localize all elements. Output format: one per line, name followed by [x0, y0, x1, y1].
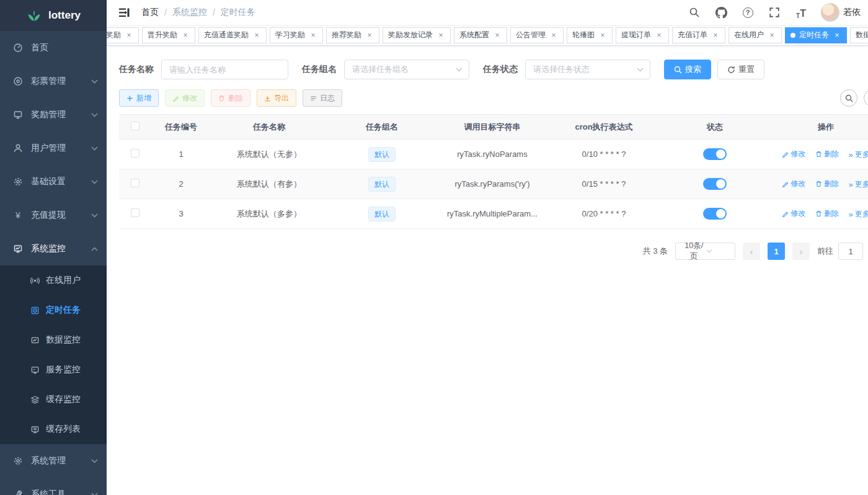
sidebar-item-label: 系统管理: [31, 455, 91, 466]
cache-monitor-icon: [30, 395, 40, 404]
user-menu[interactable]: 若依: [821, 3, 861, 22]
select-all-checkbox[interactable]: [131, 122, 140, 130]
sidebar-item-label: 缓存列表: [46, 424, 107, 435]
chevron-up-icon: [91, 247, 98, 251]
row-edit-link[interactable]: 修改: [782, 208, 805, 219]
tab-system-config[interactable]: 系统配置×: [454, 27, 507, 43]
goto-page-input[interactable]: [838, 243, 863, 260]
tab-reward-custom[interactable]: 制奖励×: [107, 27, 139, 43]
status-toggle[interactable]: [703, 208, 727, 220]
close-icon[interactable]: ×: [549, 31, 558, 40]
app-logo[interactable]: lottery: [0, 0, 107, 31]
breadcrumb-home[interactable]: 首页: [141, 7, 159, 18]
active-dot: [790, 33, 795, 38]
tab-recharge-channel-reward[interactable]: 充值通道奖励×: [198, 27, 267, 43]
close-icon[interactable]: ×: [833, 31, 841, 40]
tab-carousel[interactable]: 轮播图×: [567, 27, 613, 43]
close-icon[interactable]: ×: [436, 31, 445, 40]
sidebar-item-users[interactable]: 用户管理: [0, 132, 107, 165]
page-size-select[interactable]: 10条/页: [675, 243, 735, 260]
refresh-icon[interactable]: [864, 89, 868, 107]
task-status-select[interactable]: 请选择任务状态: [525, 60, 650, 79]
tab-reward-records[interactable]: 奖励发放记录×: [383, 27, 451, 43]
cache-list-icon: [30, 424, 40, 434]
tags-view-bar: 制奖励× 晋升奖励× 充值通道奖励× 学习奖励× 推荐奖励× 奖励发放记录× 系…: [107, 25, 868, 46]
sidebar-item-scheduled-tasks[interactable]: 定时任务: [0, 295, 107, 325]
close-icon[interactable]: ×: [598, 31, 607, 40]
export-button[interactable]: 导出: [257, 89, 296, 107]
sidebar-item-recharge-withdraw[interactable]: ¥ 充值提现: [0, 198, 107, 232]
row-checkbox[interactable]: [131, 179, 140, 187]
row-delete-link[interactable]: 删除: [815, 149, 839, 159]
data-monitor-icon: [30, 335, 40, 345]
tab-recharge-orders[interactable]: 充值订单×: [672, 27, 725, 43]
next-page-button[interactable]: ›: [792, 243, 810, 260]
sidebar-item-cache-monitor[interactable]: 缓存监控: [0, 385, 107, 414]
row-edit-link[interactable]: 修改: [782, 179, 805, 189]
sidebar-item-rewards[interactable]: 奖励管理: [0, 98, 107, 132]
row-checkbox[interactable]: [131, 149, 140, 158]
row-more-link[interactable]: »更多: [849, 179, 868, 190]
row-delete-link[interactable]: 删除: [815, 179, 839, 189]
monitor-icon: [12, 243, 24, 254]
search-icon[interactable]: [688, 6, 701, 19]
sidebar-item-lottery[interactable]: 彩票管理: [0, 65, 107, 98]
close-icon[interactable]: ×: [252, 31, 261, 40]
task-id: 2: [151, 169, 211, 199]
goto-label: 前往: [817, 246, 833, 257]
close-icon[interactable]: ×: [181, 31, 190, 40]
sidebar-item-system-tools[interactable]: 系统工具: [0, 478, 107, 495]
log-button[interactable]: 日志: [303, 89, 342, 107]
task-id: 1: [151, 140, 211, 169]
row-checkbox[interactable]: [131, 208, 140, 217]
close-icon[interactable]: ×: [655, 31, 663, 40]
status-toggle[interactable]: [703, 148, 727, 160]
sidebar-item-data-monitor[interactable]: 数据监控: [0, 325, 107, 355]
sidebar-item-home[interactable]: 首页: [0, 31, 107, 65]
tab-announcement[interactable]: 公告管理×: [510, 27, 564, 43]
tab-referral-reward[interactable]: 推荐奖励×: [326, 27, 379, 43]
task-group-select[interactable]: 请选择任务组名: [344, 60, 469, 79]
help-icon[interactable]: ?: [741, 6, 755, 19]
search-button[interactable]: 搜索: [664, 60, 711, 79]
close-icon[interactable]: ×: [711, 31, 720, 40]
tab-scheduled-tasks-active[interactable]: 定时任务×: [785, 27, 847, 43]
tab-online-users[interactable]: 在线用户×: [728, 27, 782, 43]
sidebar-item-system-monitor[interactable]: 系统监控: [0, 232, 107, 265]
page-number-current[interactable]: 1: [768, 243, 785, 260]
money-icon: ¥: [12, 210, 24, 221]
edit-button[interactable]: 修改: [165, 89, 205, 107]
sidebar-toggle-icon[interactable]: [118, 6, 130, 19]
sidebar-item-online-users[interactable]: 在线用户: [0, 265, 107, 295]
tab-data-monitor[interactable]: 数据监控×: [850, 27, 868, 43]
delete-button[interactable]: 删除: [211, 89, 250, 107]
tab-study-reward[interactable]: 学习奖励×: [270, 27, 323, 43]
prev-page-button[interactable]: ‹: [743, 243, 760, 260]
row-more-link[interactable]: »更多: [849, 209, 868, 220]
hide-search-icon[interactable]: [840, 89, 857, 107]
close-icon[interactable]: ×: [493, 31, 502, 40]
row-delete-link[interactable]: 删除: [815, 208, 839, 219]
font-size-icon[interactable]: TT: [794, 6, 808, 19]
sidebar-item-system-manage[interactable]: 系统管理: [0, 444, 107, 478]
tab-withdraw-orders[interactable]: 提现订单×: [616, 27, 669, 43]
status-toggle[interactable]: [703, 178, 727, 190]
close-icon[interactable]: ×: [125, 31, 133, 40]
row-more-link[interactable]: »更多: [849, 149, 868, 160]
cron-expression: 0/20 * * * * ?: [548, 199, 660, 229]
sidebar-item-basic-settings[interactable]: 基础设置: [0, 165, 107, 198]
github-icon[interactable]: [714, 6, 728, 19]
tab-promotion-reward[interactable]: 晋升奖励×: [142, 27, 195, 43]
close-icon[interactable]: ×: [309, 31, 317, 40]
sidebar-item-server-monitor[interactable]: 服务监控: [0, 355, 107, 385]
row-edit-link[interactable]: 修改: [782, 149, 805, 159]
close-icon[interactable]: ×: [365, 31, 374, 40]
add-button[interactable]: 新增: [119, 89, 159, 107]
reset-button[interactable]: 重置: [717, 60, 764, 79]
sidebar-item-cache-list[interactable]: 缓存列表: [0, 414, 107, 444]
close-icon[interactable]: ×: [768, 31, 776, 40]
fullscreen-icon[interactable]: [768, 6, 781, 19]
chevron-down-icon: [91, 113, 98, 117]
task-status-label: 任务状态: [483, 64, 518, 75]
task-name-input[interactable]: [161, 60, 288, 79]
